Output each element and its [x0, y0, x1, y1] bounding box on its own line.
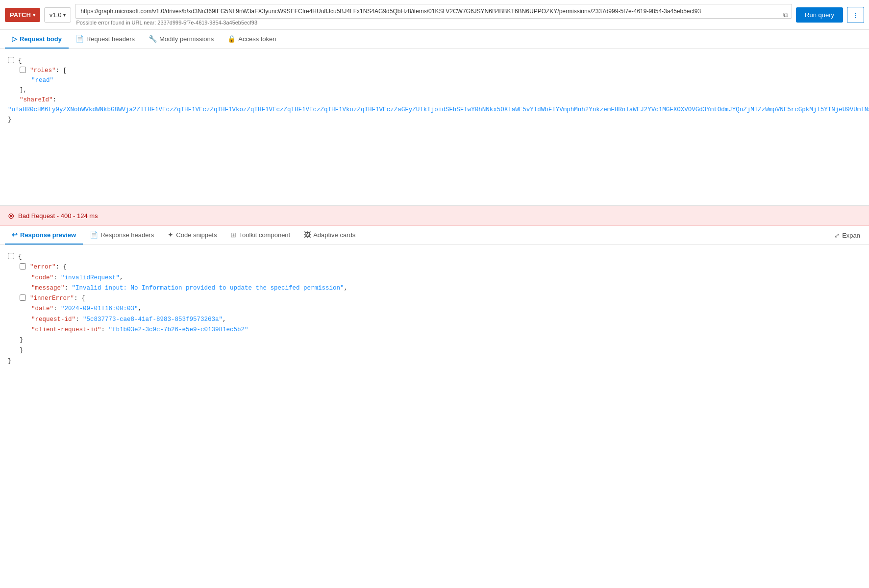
extra-action-button[interactable]: ⋮ — [847, 7, 864, 23]
resp-requestid-line: "request-id": "5c837773-cae8-41af-8983-8… — [31, 315, 861, 325]
method-chevron-icon: ▾ — [33, 12, 35, 18]
tab-code-snippets[interactable]: ✦ Code snippets — [161, 226, 223, 245]
resp-line-2: "error": { — [8, 262, 861, 272]
resp-line2-checkbox[interactable] — [20, 263, 26, 270]
close-brace: } — [8, 115, 861, 124]
tab-adaptive-cards[interactable]: 🖼 Adaptive cards — [297, 226, 362, 245]
code-line-2: "roles": [ — [8, 66, 861, 75]
line2-checkbox[interactable] — [20, 67, 26, 73]
date-key: "date" — [31, 305, 53, 312]
resp-line-4: "message": "Invalid input: No Informatio… — [8, 283, 861, 294]
resp-line-7: "request-id": "5c837773-cae8-41af-8983-8… — [8, 315, 861, 325]
message-value: "Invalid input: No Information provided … — [72, 285, 344, 292]
response-tabs-bar: ↩ Response preview 📄 Response headers ✦ … — [0, 226, 869, 245]
toolkit-tab-label: Toolkit component — [239, 231, 290, 239]
resp-code-line: "code": "invalidRequest", — [31, 273, 861, 283]
request-tabs-bar: ▷ Request body 📄 Request headers 🔧 Modif… — [0, 30, 869, 49]
resp-error-line: "error": { — [30, 262, 861, 272]
resp-line-6: "date": "2024-09-01T16:00:03", — [8, 304, 861, 314]
code-line-1: { — [8, 56, 861, 66]
code-line-6: "u!aHR0cHM6Ly9yZXNobWVkdWNkbG8WVja2ZlTHF… — [8, 105, 861, 115]
code-line-5: "shareId": — [8, 95, 861, 105]
line1-text: { — [18, 56, 861, 66]
roles-key: "roles" — [30, 67, 56, 74]
resp-close-brace: } — [8, 356, 861, 367]
shareid-line: "shareId": — [20, 95, 861, 105]
expand-icon: ⤢ — [834, 232, 840, 239]
requestid-value: "5c837773-cae8-41af-8983-853f9573263a" — [83, 316, 223, 323]
shareid-key: "shareId" — [20, 97, 53, 103]
resp-line1-checkbox[interactable] — [8, 253, 14, 259]
request-body-tab-label: Request body — [20, 35, 62, 43]
requestid-key: "request-id" — [31, 316, 75, 323]
roles-bracket: : [ — [56, 67, 67, 74]
code-line-4: ], — [8, 85, 861, 95]
code-snippets-tab-icon: ✦ — [168, 231, 174, 239]
resp-open-brace: { — [18, 252, 861, 262]
line2-text: "roles": [ — [30, 66, 861, 75]
resp-innerError-open: "innerError": { — [30, 294, 861, 304]
copy-icon[interactable]: ⧉ — [783, 11, 788, 19]
response-preview-tab-icon: ↩ — [12, 231, 18, 239]
error-bar: ⊗ Bad Request - 400 - 124 ms — [0, 206, 869, 226]
resp-line-5: "innerError": { — [8, 294, 861, 304]
code-line-7: } — [8, 115, 861, 124]
code-value: "invalidRequest" — [61, 274, 120, 281]
version-label: v1.0 — [50, 11, 62, 19]
tab-toolkit-component[interactable]: ⊞ Toolkit component — [223, 226, 297, 245]
resp-line5-checkbox[interactable] — [20, 294, 26, 301]
method-dropdown[interactable]: PATCH ▾ — [5, 8, 40, 22]
method-label: PATCH — [10, 11, 31, 19]
toolkit-tab-icon: ⊞ — [230, 231, 236, 239]
resp-line-9: } — [8, 335, 861, 345]
message-key: "message" — [31, 285, 65, 292]
code-snippets-tab-label: Code snippets — [176, 231, 217, 239]
resp-message-line: "message": "Invalid input: No Informatio… — [31, 283, 861, 294]
code-line-3: "read" — [8, 75, 861, 85]
tab-request-body[interactable]: ▷ Request body — [5, 30, 69, 49]
request-body-tab-icon: ▷ — [12, 35, 17, 43]
date-value: "2024-09-01T16:00:03" — [61, 305, 138, 312]
tab-response-preview[interactable]: ↩ Response preview — [5, 226, 83, 245]
innerError-close: } — [20, 335, 861, 345]
error-circle-icon: ⊗ — [8, 211, 14, 220]
modify-permissions-tab-label: Modify permissions — [159, 35, 214, 43]
url-container: ⧉ Possible error found in URL near: 2337… — [75, 4, 792, 25]
tab-access-token[interactable]: 🔒 Access token — [221, 30, 283, 49]
resp-date-line: "date": "2024-09-01T16:00:03", — [31, 304, 861, 314]
error-close: } — [20, 345, 861, 356]
shareid-value: "u!aHR0cHM6Ly9yZXNobWVkdWNkbG8WVja2ZlTHF… — [8, 105, 869, 115]
request-headers-tab-icon: 📄 — [75, 35, 84, 43]
adaptive-cards-tab-icon: 🖼 — [304, 231, 311, 239]
response-headers-tab-label: Response headers — [100, 231, 154, 239]
top-bar: PATCH ▾ v1.0 ▾ ⧉ Possible error found in… — [0, 0, 869, 30]
version-dropdown[interactable]: v1.0 ▾ — [44, 7, 72, 23]
adaptive-cards-tab-label: Adaptive cards — [313, 231, 355, 239]
array-close: ], — [20, 85, 861, 95]
expand-button[interactable]: ⤢ Expan — [830, 227, 864, 244]
response-section: ↩ Response preview 📄 Response headers ✦ … — [0, 226, 869, 373]
resp-line-8: "client-request-id": "fb1b03e2-3c9c-7b26… — [8, 325, 861, 335]
tab-modify-permissions[interactable]: 🔧 Modify permissions — [142, 30, 221, 49]
version-chevron-icon: ▾ — [63, 12, 66, 18]
request-body-code: { "roles": [ "read" ], "shareId": "u!aHR… — [0, 49, 869, 206]
response-code-area: { "error": { "code": "invalidRequest", "… — [0, 245, 869, 373]
tab-response-headers[interactable]: 📄 Response headers — [83, 226, 161, 245]
error-key: "error" — [30, 264, 56, 270]
shareid-colon: : — [53, 97, 57, 103]
resp-line-3: "code": "invalidRequest", — [8, 273, 861, 283]
access-token-tab-icon: 🔒 — [227, 35, 236, 43]
access-token-tab-label: Access token — [238, 35, 276, 43]
read-value: "read" — [31, 75, 861, 85]
line1-checkbox[interactable] — [8, 57, 14, 63]
url-input[interactable] — [75, 4, 792, 19]
clientrequestid-value: "fb1b03e2-3c9c-7b26-e5e9-c013981ec5b2" — [109, 326, 248, 333]
innerError-key: "innerError" — [30, 295, 74, 302]
resp-line-10: } — [8, 345, 861, 356]
expand-label: Expan — [842, 232, 860, 239]
run-query-button[interactable]: Run query — [796, 7, 843, 23]
clientrequestid-key: "client-request-id" — [31, 326, 101, 333]
request-headers-tab-label: Request headers — [86, 35, 135, 43]
tab-request-headers[interactable]: 📄 Request headers — [69, 30, 142, 49]
response-preview-tab-label: Response preview — [20, 231, 76, 239]
